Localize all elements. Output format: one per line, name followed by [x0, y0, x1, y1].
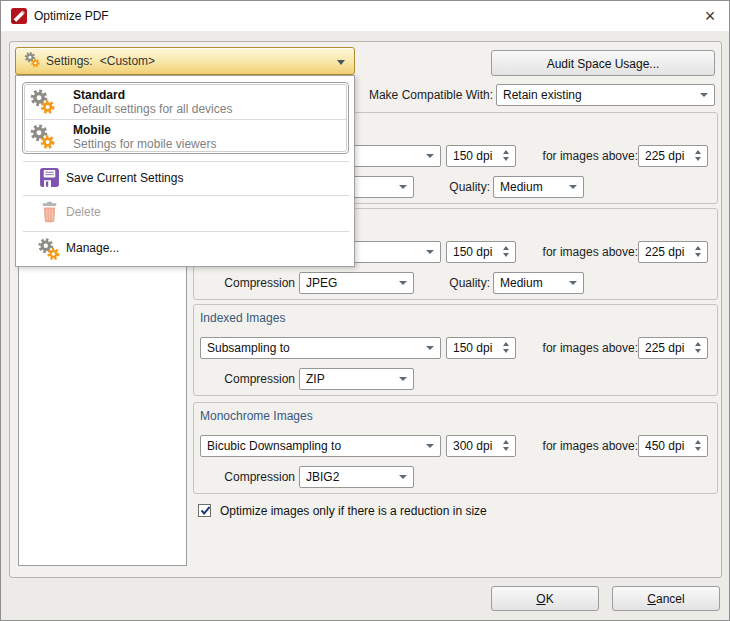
spin-down-icon[interactable] [695, 349, 701, 353]
spin-up-icon[interactable] [503, 246, 509, 250]
gears-icon [28, 88, 55, 119]
indexed-images-section: Indexed Images Subsampling to 150 dpi fo… [193, 304, 718, 396]
chevron-down-icon [399, 475, 407, 479]
spin-up-icon[interactable] [503, 150, 509, 154]
settings-preset-combo[interactable]: Settings: <Custom> [15, 47, 355, 75]
compression-dropdown[interactable]: JBIG2 [299, 466, 414, 488]
gears-icon [28, 123, 55, 154]
spin-up-icon[interactable] [695, 246, 701, 250]
quality-label: Quality: [432, 176, 490, 198]
quality-dropdown[interactable]: Medium [493, 176, 584, 198]
menu-item-mobile[interactable]: Mobile Settings for mobile viewers [25, 119, 346, 154]
audit-space-usage-button[interactable]: Audit Space Usage... [491, 50, 715, 76]
dpi-spinner[interactable]: 150 dpi [446, 145, 516, 167]
ok-button[interactable]: OK [491, 586, 599, 611]
spin-up-icon[interactable] [503, 440, 509, 444]
compression-label: Compression [207, 272, 295, 294]
settings-preset-menu: Standard Default settings for all device… [15, 75, 355, 267]
chevron-down-icon [426, 346, 434, 350]
spin-up-icon[interactable] [695, 440, 701, 444]
spin-down-icon[interactable] [503, 253, 509, 257]
close-icon[interactable]: × [696, 3, 724, 29]
chevron-down-icon [399, 281, 407, 285]
spin-down-icon[interactable] [695, 447, 701, 451]
for-images-above-label: for images above: [522, 145, 638, 167]
make-compatible-dropdown[interactable]: Retain existing [496, 84, 715, 106]
monochrome-images-section: Monochrome Images Bicubic Downsampling t… [193, 402, 718, 494]
chevron-down-icon [399, 185, 407, 189]
menu-item-delete[interactable]: Delete [16, 196, 356, 229]
compression-label: Compression [207, 466, 295, 488]
quality-dropdown[interactable]: Medium [493, 272, 584, 294]
menu-item-save-current-settings[interactable]: Save Current Settings [16, 162, 356, 195]
check-icon [199, 504, 212, 517]
above-dpi-spinner[interactable]: 450 dpi [638, 435, 708, 457]
spin-down-icon[interactable] [695, 253, 701, 257]
spin-up-icon[interactable] [503, 342, 509, 346]
optimize-checkbox-label: Optimize images only if there is a reduc… [220, 502, 620, 520]
downsample-method-dropdown[interactable]: Bicubic Downsampling to [200, 435, 441, 457]
spin-down-icon[interactable] [503, 157, 509, 161]
downsample-method-dropdown[interactable]: Subsampling to [200, 337, 441, 359]
optimize-pdf-dialog: Optimize PDF × Audit Space Usage... Make… [0, 0, 730, 621]
spin-up-icon[interactable] [695, 342, 701, 346]
chevron-down-icon [337, 60, 345, 65]
make-compatible-value: Retain existing [503, 88, 582, 102]
spin-down-icon[interactable] [695, 157, 701, 161]
preset-group: Standard Default settings for all device… [22, 82, 349, 154]
settings-combo-value: <Custom> [100, 54, 155, 68]
dpi-spinner[interactable]: 300 dpi [446, 435, 516, 457]
optimize-checkbox[interactable] [198, 504, 211, 517]
menu-item-standard[interactable]: Standard Default settings for all device… [25, 85, 346, 119]
compression-dropdown[interactable]: JPEG [299, 272, 414, 294]
settings-combo-label: Settings: [46, 54, 93, 68]
spin-down-icon[interactable] [503, 349, 509, 353]
menu-item-manage[interactable]: Manage... [16, 232, 356, 265]
above-dpi-spinner[interactable]: 225 dpi [638, 337, 708, 359]
for-images-above-label: for images above: [522, 241, 638, 263]
gears-icon [36, 237, 60, 265]
for-images-above-label: for images above: [522, 435, 638, 457]
compression-label: Compression [207, 368, 295, 390]
section-title: Monochrome Images [200, 408, 313, 424]
spin-down-icon[interactable] [503, 447, 509, 451]
spin-up-icon[interactable] [695, 150, 701, 154]
above-dpi-spinner[interactable]: 225 dpi [638, 241, 708, 263]
dialog-title: Optimize PDF [34, 1, 109, 31]
dpi-spinner[interactable]: 150 dpi [446, 337, 516, 359]
quality-label: Quality: [432, 272, 490, 294]
chevron-down-icon [569, 281, 577, 285]
dpi-spinner[interactable]: 150 dpi [446, 241, 516, 263]
title-bar: Optimize PDF × [1, 1, 729, 31]
gears-icon [23, 51, 40, 72]
compression-dropdown[interactable]: ZIP [299, 368, 414, 390]
chevron-down-icon [700, 93, 708, 97]
make-compatible-label: Make Compatible With: [356, 84, 493, 106]
for-images-above-label: for images above: [522, 337, 638, 359]
chevron-down-icon [569, 185, 577, 189]
chevron-down-icon [426, 154, 434, 158]
pdf-xchange-logo-icon [11, 8, 27, 24]
section-title: Indexed Images [200, 310, 285, 326]
chevron-down-icon [426, 444, 434, 448]
above-dpi-spinner[interactable]: 225 dpi [638, 145, 708, 167]
save-icon [39, 167, 60, 192]
chevron-down-icon [399, 377, 407, 381]
trash-icon [39, 201, 60, 227]
chevron-down-icon [426, 250, 434, 254]
cancel-button[interactable]: Cancel [612, 586, 720, 611]
